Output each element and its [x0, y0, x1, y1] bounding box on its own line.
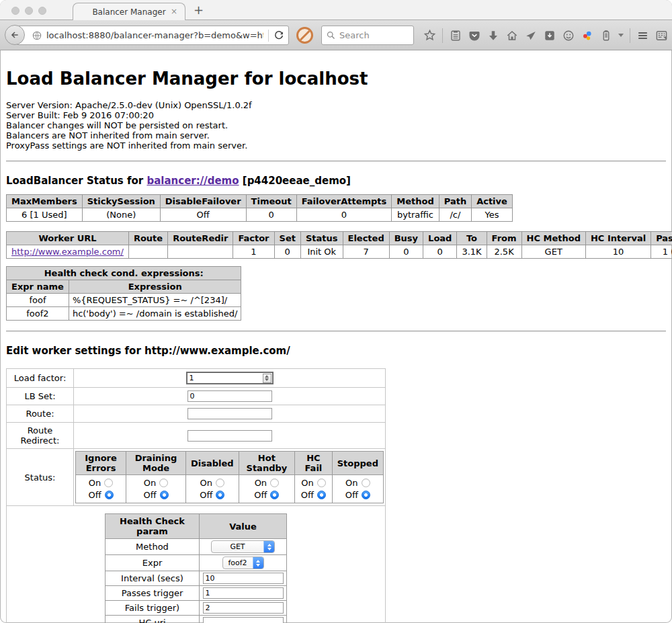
new-tab-button[interactable]: +	[194, 3, 204, 17]
lb-set-input[interactable]	[187, 390, 272, 402]
slash-icon	[298, 28, 312, 42]
battery-device-icon[interactable]	[599, 29, 612, 42]
reload-icon[interactable]	[274, 30, 284, 41]
cell-expr-name: foof	[7, 294, 69, 307]
ignore-errors-off-radio[interactable]	[105, 491, 114, 499]
col-worker-url: Worker URL	[7, 232, 129, 245]
health-check-cell: Health Check param Value Method GET	[7, 506, 386, 623]
zoom-window-button[interactable]	[38, 7, 46, 15]
cell-status: Init Ok	[300, 245, 343, 259]
blocked-content-icon[interactable]	[296, 27, 313, 44]
hc-fail-off-radio[interactable]	[317, 491, 326, 499]
cell-routeredir	[168, 245, 233, 259]
home-icon[interactable]	[505, 29, 518, 42]
cell-passes: 1 (0)	[651, 245, 672, 259]
chevron-down-icon[interactable]	[618, 34, 624, 37]
fails-label: Fails trigger)	[106, 601, 200, 616]
col-stopped: Stopped	[332, 452, 383, 475]
expr-select[interactable]: foof2	[222, 556, 264, 569]
interval-cell	[200, 571, 287, 586]
hc-row-interval: Interval (secs)	[106, 571, 287, 586]
col-failoverattempts: FailoverAttempts	[296, 195, 392, 208]
interval-label: Interval (secs)	[106, 571, 200, 586]
load-factor-input[interactable]: 1	[186, 372, 274, 384]
cell-load: 0	[423, 245, 457, 259]
lb-set-cell	[74, 388, 386, 405]
route-redirect-input[interactable]	[187, 430, 272, 442]
url-text[interactable]: localhost:8880/balancer-manager?b=demo&w…	[46, 30, 263, 40]
method-select-value: GET	[212, 542, 263, 551]
col-expr-name: Expr name	[7, 280, 69, 294]
panel-download-icon[interactable]	[543, 29, 556, 42]
tab-balancer-manager[interactable]: Balancer Manager ×	[73, 3, 185, 20]
passes-label: Passes trigger	[106, 586, 200, 601]
draining-mode-on-radio[interactable]	[159, 479, 168, 487]
stopped-cell: On Off	[332, 475, 383, 503]
persist-warning-line: Balancer changes will NOT be persisted o…	[6, 120, 666, 130]
col-load: Load	[423, 232, 457, 245]
pages-grid-icon[interactable]	[655, 29, 668, 42]
table-header-row: MaxMembers StickySession DisableFailover…	[7, 195, 513, 208]
on-label: On	[200, 478, 212, 488]
hot-standby-on-radio[interactable]	[270, 479, 279, 487]
reading-list-icon[interactable]	[449, 29, 462, 42]
ignore-errors-on-radio[interactable]	[104, 479, 113, 487]
disabled-on-radio[interactable]	[216, 479, 224, 487]
downloads-icon[interactable]	[487, 29, 499, 42]
form-row-route: Route:	[7, 405, 386, 423]
lb-set-label: LB Set:	[7, 388, 74, 405]
expr-row: foof2 hc('body') =~ /domain is establish…	[7, 307, 241, 321]
expr-select-value: foof2	[223, 558, 253, 567]
on-label: On	[345, 478, 358, 488]
edit-worker-form: Load factor: 1 LB Set: Route:	[6, 368, 386, 623]
disabled-off-radio[interactable]	[216, 491, 224, 499]
passes-input[interactable]	[203, 587, 284, 599]
balancer-demo-link[interactable]: balancer://demo	[146, 175, 239, 187]
back-button[interactable]	[5, 25, 25, 45]
route-redirect-cell	[74, 423, 386, 449]
ignore-errors-cell: On Off	[76, 475, 126, 503]
hc-row-uri: HC uri	[106, 616, 287, 623]
disabled-cell: On Off	[186, 475, 239, 503]
col-routeredir: RouteRedir	[168, 232, 233, 245]
col-factor: Factor	[233, 232, 274, 245]
worker-row: http://www.example.com/ 1 0 Init Ok 7 0 …	[7, 245, 672, 259]
col-ignore-errors: Ignore Errors	[76, 452, 126, 475]
interval-input[interactable]	[203, 573, 284, 584]
hc-uri-input[interactable]	[203, 617, 284, 623]
route-input[interactable]	[187, 408, 272, 419]
colored-dots-addon-icon[interactable]	[581, 29, 593, 42]
cell-stickysession: (None)	[82, 208, 160, 222]
menu-hamburger-icon[interactable]	[636, 29, 649, 42]
stopped-on-radio[interactable]	[362, 479, 370, 487]
draining-mode-off-radio[interactable]	[160, 491, 169, 499]
tab-title: Balancer Manager	[92, 7, 165, 17]
stopped-off-radio[interactable]	[362, 491, 370, 499]
bookmark-star-icon[interactable]	[423, 29, 436, 42]
url-bar[interactable]: localhost:8880/balancer-manager?b=demo&w…	[16, 26, 289, 45]
number-stepper-icon[interactable]	[263, 374, 271, 383]
hc-fail-on-radio[interactable]	[317, 479, 326, 487]
hot-standby-off-radio[interactable]	[270, 491, 279, 499]
worker-url-link[interactable]: http://www.example.com/	[11, 247, 124, 257]
method-select[interactable]: GET	[211, 540, 275, 553]
hc-uri-cell	[200, 616, 287, 623]
form-row-route-redirect: Route Redirect:	[7, 423, 386, 449]
expr-cell: foof2	[200, 555, 287, 571]
close-window-button[interactable]	[11, 7, 19, 15]
feedback-smiley-icon[interactable]	[562, 29, 575, 42]
fails-input[interactable]	[203, 602, 284, 614]
proxypass-warning-line: ProxyPass settings are NOT inherited fro…	[6, 140, 666, 151]
page-content: Load Balancer Manager for localhost Serv…	[0, 69, 672, 623]
off-label: Off	[301, 490, 314, 500]
close-tab-icon[interactable]: ×	[171, 7, 177, 16]
search-input[interactable]: Search	[321, 26, 414, 45]
pocket-icon[interactable]	[468, 29, 480, 42]
hc-row-fails: Fails trigger)	[106, 601, 287, 616]
status-cell: Ignore Errors Draining Mode Disabled Hot…	[74, 449, 386, 506]
send-tab-icon[interactable]	[524, 29, 537, 42]
col-expression: Expression	[69, 280, 241, 294]
minimize-window-button[interactable]	[25, 7, 33, 15]
select-arrows-icon	[253, 556, 263, 569]
worker-status-table: Worker URL Route RouteRedir Factor Set S…	[6, 231, 672, 259]
